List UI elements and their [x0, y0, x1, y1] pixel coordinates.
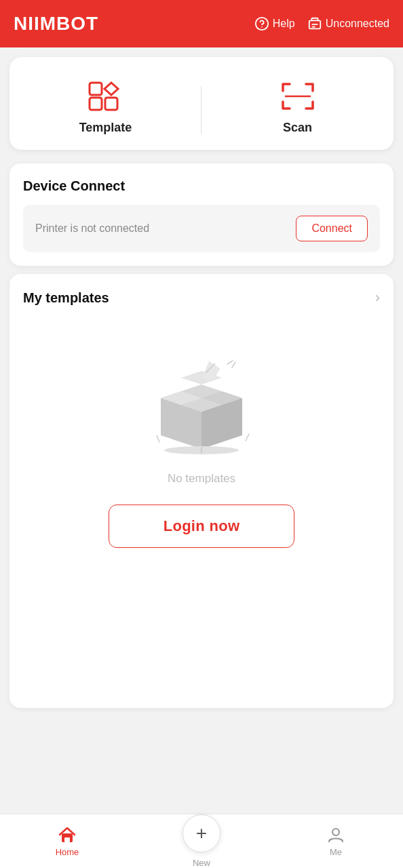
device-connect-card: Device Connect Printer is not connected …: [9, 163, 394, 266]
templates-arrow-icon[interactable]: ›: [375, 289, 380, 307]
template-label: Template: [79, 121, 132, 135]
home-icon: [58, 825, 77, 844]
help-label: Help: [273, 18, 295, 30]
device-status-text: Printer is not connected: [35, 222, 149, 235]
my-templates-card: My templates › No: [9, 274, 394, 708]
scan-icon: [280, 81, 315, 114]
svg-line-20: [157, 435, 159, 442]
tab-template[interactable]: Template: [9, 71, 202, 150]
plus-icon: +: [196, 824, 207, 843]
no-templates-text: No templates: [168, 472, 235, 486]
header-actions: Help Unconnected: [254, 16, 389, 31]
template-icon: [88, 81, 123, 114]
svg-line-17: [232, 362, 235, 368]
top-tab-card: Template Scan: [9, 57, 394, 150]
new-button[interactable]: +: [183, 814, 220, 852]
help-icon: [254, 16, 269, 31]
templates-header: My templates ›: [23, 289, 380, 307]
login-now-button[interactable]: Login now: [109, 505, 295, 548]
nav-new-label: New: [193, 858, 210, 868]
svg-line-18: [227, 361, 233, 364]
nav-new[interactable]: + New: [134, 814, 269, 868]
svg-rect-24: [64, 837, 70, 842]
scan-label: Scan: [283, 121, 312, 135]
templates-title: My templates: [23, 290, 109, 306]
nav-me-label: Me: [330, 847, 342, 857]
svg-rect-6: [90, 98, 102, 110]
svg-rect-5: [90, 83, 102, 95]
device-connect-title: Device Connect: [23, 178, 380, 194]
app-logo: NIIMBOT: [14, 13, 98, 35]
svg-point-25: [332, 829, 339, 835]
nav-me[interactable]: Me: [269, 825, 403, 857]
svg-line-21: [246, 434, 249, 441]
templates-empty-state: No templates Login now: [23, 320, 380, 568]
printer-icon: [307, 16, 322, 31]
nav-home-label: Home: [56, 847, 79, 857]
unconnected-status[interactable]: Unconnected: [307, 16, 389, 31]
help-button[interactable]: Help: [254, 16, 295, 31]
svg-rect-7: [105, 98, 117, 110]
nav-home[interactable]: Home: [0, 825, 134, 857]
tab-scan[interactable]: Scan: [202, 71, 394, 150]
me-icon: [326, 825, 345, 844]
unconnected-label: Unconnected: [326, 18, 389, 30]
empty-box-illustration: [140, 347, 263, 456]
header: NIIMBOT Help Unconnected: [0, 0, 403, 47]
connect-button[interactable]: Connect: [296, 216, 368, 241]
bottom-nav: Home + New Me: [0, 814, 403, 868]
device-status-row: Printer is not connected Connect: [23, 205, 380, 252]
